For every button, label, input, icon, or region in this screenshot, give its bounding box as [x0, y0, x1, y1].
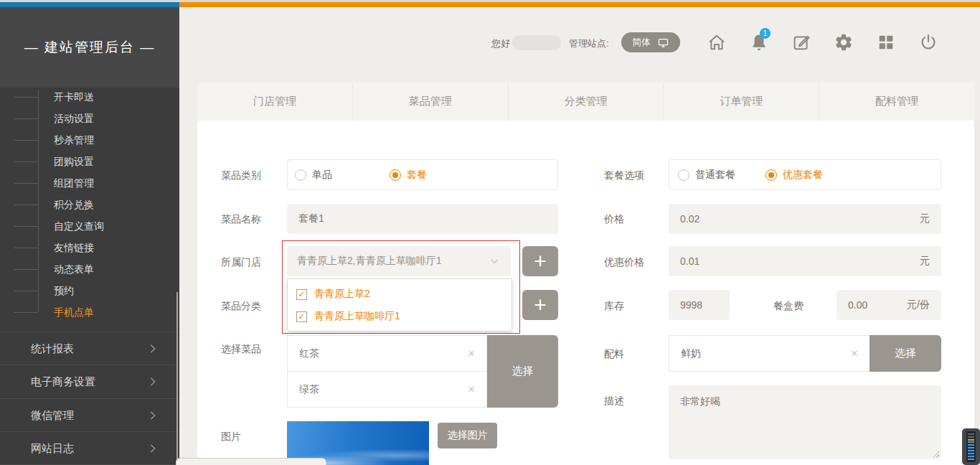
notifications-button[interactable]: 1	[749, 32, 769, 52]
tab-store-management[interactable]: 门店管理	[197, 83, 353, 121]
radio-label: 套餐	[407, 169, 427, 182]
sidebar-scrollbar[interactable]	[176, 292, 178, 465]
greeting-text: 您好	[491, 37, 510, 50]
select-dish-button[interactable]: 选择	[487, 335, 558, 408]
close-icon[interactable]: ×	[468, 347, 475, 360]
store-select-value: 青青原上草2,青青原上草咖啡厅1	[297, 255, 441, 268]
discount-price-label: 优惠价格	[604, 256, 644, 269]
sidebar-section-sitelog[interactable]: 网站日志	[0, 431, 179, 465]
checkbox-checked-icon: ✓	[296, 311, 307, 322]
add-category-button[interactable]: +	[522, 290, 558, 320]
language-label: 简体	[632, 36, 651, 49]
logout-button[interactable]	[918, 32, 938, 52]
radio-single-dish[interactable]: 单品	[295, 169, 332, 182]
tab-order-management[interactable]: 订单管理	[664, 83, 819, 121]
sidebar-item-links[interactable]: 友情链接	[54, 237, 94, 258]
dish-category-label: 菜品分类	[221, 300, 261, 313]
price-value: 0.02	[680, 213, 699, 225]
tab-bar: 门店管理 菜品管理 分类管理 订单管理 配料管理	[197, 83, 974, 121]
box-fee-input[interactable]: 0.00 元/份	[837, 290, 941, 320]
select-image-button[interactable]: 选择图片	[438, 423, 497, 448]
sidebar-item-mobile-order[interactable]: 手机点单	[54, 301, 94, 323]
home-icon	[707, 32, 727, 52]
radio-discount-combo[interactable]: 优惠套餐	[765, 169, 823, 182]
sidebar-item-groupbuy[interactable]: 团购设置	[54, 151, 94, 172]
radio-combo-dish[interactable]: 套餐	[390, 169, 427, 182]
store-select[interactable]: 青青原上草2,青青原上草咖啡厅1	[287, 246, 511, 276]
sidebar-item-points[interactable]: 积分兑换	[54, 194, 94, 215]
language-site-button[interactable]: 简体	[621, 32, 680, 52]
dish-name-label: 菜品名称	[221, 213, 261, 226]
dish-type-group: 单品 套餐	[287, 159, 558, 190]
chevron-right-icon	[147, 443, 159, 454]
section-label: 网站日志	[31, 442, 74, 454]
topbar-blue-strip	[0, 2, 179, 7]
user-name-redacted	[512, 35, 561, 50]
selected-dish-row: 绿茶 ×	[287, 371, 487, 408]
monitor-icon	[657, 37, 669, 49]
price-label: 价格	[604, 213, 624, 226]
edit-button[interactable]	[791, 32, 811, 52]
button-label: 选择图片	[448, 429, 488, 442]
close-icon[interactable]: ×	[851, 347, 858, 360]
description-label: 描述	[604, 395, 624, 408]
radio-label: 单品	[312, 169, 332, 182]
tab-dish-management[interactable]: 菜品管理	[353, 83, 509, 121]
edit-icon	[791, 32, 811, 52]
settings-button[interactable]	[834, 32, 854, 52]
sidebar-section-wechat[interactable]: 微信管理	[0, 398, 179, 431]
check-icon: ✓	[298, 289, 305, 299]
description-value: 非常好喝	[680, 395, 720, 407]
add-store-button[interactable]: +	[522, 246, 558, 276]
sidebar-item-groups[interactable]: 组团管理	[54, 172, 94, 194]
radio-label: 优惠套餐	[783, 169, 823, 182]
app-title: — 建站管理后台 —	[0, 7, 179, 88]
widget-meter	[966, 431, 976, 462]
select-dish-label: 选择菜品	[221, 343, 261, 356]
home-button[interactable]	[707, 32, 727, 52]
store-option-label: 青青原上草2	[314, 288, 370, 301]
sidebar: — 建站管理后台 — 开卡即送 活动设置 秒杀管理 团购设置 组团管理 积分兑换…	[0, 7, 179, 465]
radio-label: 普通套餐	[695, 169, 735, 182]
sidebar-item-custom-query[interactable]: 自定义查询	[54, 215, 104, 237]
dish-name-input[interactable]: 套餐1	[287, 204, 558, 234]
chevron-right-icon	[147, 343, 159, 354]
sidebar-item-seckill[interactable]: 秒杀管理	[54, 129, 94, 151]
system-overlay-widget	[962, 428, 980, 465]
notification-badge: 1	[760, 28, 771, 39]
tab-ingredient-management[interactable]: 配料管理	[819, 83, 974, 121]
chevron-right-icon	[147, 376, 159, 388]
ingredient-value: 鲜奶	[681, 347, 701, 360]
tab-category-management[interactable]: 分类管理	[509, 83, 664, 121]
store-option-2[interactable]: ✓ 青青原上草咖啡厅1	[296, 310, 400, 323]
select-ingredient-button[interactable]: 选择	[870, 335, 941, 372]
button-label: 选择	[895, 347, 916, 360]
dish-item-value: 红茶	[299, 347, 319, 360]
dish-item-value: 绿茶	[299, 383, 319, 396]
sidebar-section-ecommerce[interactable]: 电子商务设置	[0, 365, 179, 398]
status-tooltip-partial	[176, 458, 326, 465]
discount-price-unit: 元	[920, 255, 930, 268]
apps-button[interactable]	[876, 32, 896, 52]
stock-input[interactable]: 9998	[669, 290, 730, 320]
discount-price-input[interactable]: 0.01 元	[669, 246, 941, 276]
sidebar-item-card-gift[interactable]: 开卡即送	[54, 86, 94, 108]
sidebar-item-forms[interactable]: 动态表单	[54, 258, 94, 280]
radio-normal-combo[interactable]: 普通套餐	[678, 169, 735, 182]
combo-option-label: 套餐选项	[604, 169, 644, 182]
power-icon	[918, 32, 938, 52]
resize-handle-icon[interactable]	[932, 450, 939, 457]
ingredient-input[interactable]: 鲜奶 ×	[669, 335, 870, 372]
description-textarea[interactable]: 非常好喝	[669, 385, 941, 459]
close-icon[interactable]: ×	[468, 383, 475, 395]
plus-icon: +	[534, 250, 547, 272]
store-option-1[interactable]: ✓ 青青原上草2	[296, 288, 370, 301]
sidebar-item-activity[interactable]: 活动设置	[54, 108, 94, 129]
price-input[interactable]: 0.02 元	[669, 204, 941, 234]
section-label: 统计报表	[31, 342, 74, 354]
dish-type-label: 菜品类别	[221, 169, 261, 182]
page-scrollbar[interactable]	[974, 121, 980, 465]
sidebar-section-stats[interactable]: 统计报表	[0, 332, 179, 365]
button-label: 选择	[512, 365, 534, 378]
sidebar-item-booking[interactable]: 预约	[54, 280, 74, 301]
